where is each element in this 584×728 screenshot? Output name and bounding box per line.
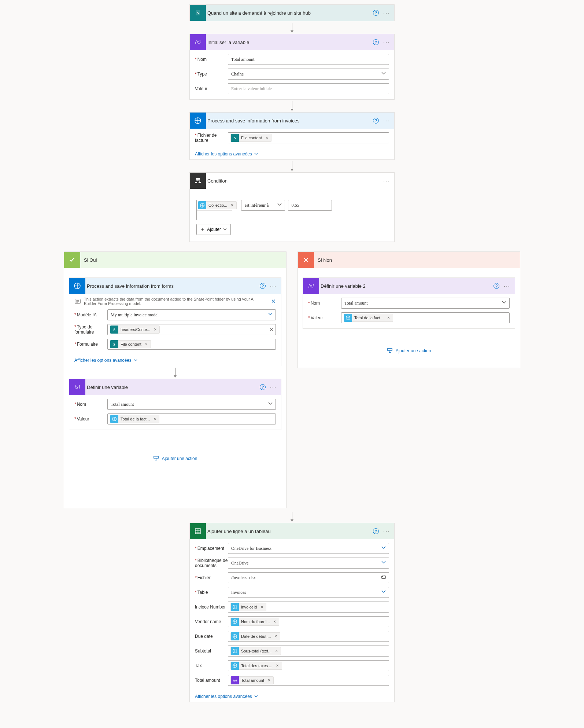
invoice-total-chip[interactable]: Total de la fact... × — [110, 415, 159, 423]
subtotal-chip[interactable]: Sous-total (text... × — [230, 647, 281, 655]
chip-remove-icon[interactable]: × — [229, 203, 235, 208]
add-condition-button[interactable]: Ajouter — [196, 224, 231, 235]
total-amount-field[interactable]: Total amount × — [228, 675, 389, 686]
chip-remove-icon[interactable]: × — [386, 315, 391, 320]
value-input[interactable] — [228, 83, 389, 94]
ai-builder-icon — [69, 278, 85, 294]
more-icon[interactable]: ··· — [383, 528, 390, 534]
help-icon[interactable]: ? — [373, 10, 379, 16]
tax-chip[interactable]: Total des taxes ... × — [230, 662, 282, 670]
condition-title: Condition — [206, 178, 383, 184]
more-icon[interactable]: ··· — [383, 178, 390, 184]
show-advanced-options[interactable]: Afficher les options avancées — [190, 148, 263, 159]
file-content-chip[interactable]: File content × — [230, 134, 271, 142]
close-icon[interactable]: ✕ — [271, 298, 276, 305]
set-variable2-header[interactable]: Définir une variable 2 ? ··· — [303, 278, 515, 294]
location-label: Emplacement — [195, 546, 228, 551]
process-forms-header[interactable]: Process and save information from forms … — [69, 278, 281, 294]
var-value-field[interactable]: Total de la fact... × — [341, 312, 510, 323]
condition-value-input[interactable] — [288, 200, 332, 211]
folder-icon[interactable] — [381, 575, 386, 581]
collection-chip[interactable]: Collectio... × — [198, 201, 237, 209]
invoice-number-field[interactable]: invoiceId × — [228, 602, 389, 613]
chip-remove-icon[interactable]: × — [273, 634, 278, 639]
more-icon[interactable]: ··· — [504, 283, 510, 289]
init-var-header[interactable]: Initialiser la variable ? ··· — [190, 34, 394, 50]
help-icon[interactable]: ? — [260, 384, 266, 390]
plus-icon — [200, 227, 205, 232]
file-picker[interactable]: /Invoices.xlsx — [228, 572, 389, 583]
show-advanced-options[interactable]: Afficher les options avancées — [69, 355, 143, 366]
var-name-select[interactable]: Total amount — [341, 298, 510, 309]
content-type-chip[interactable]: headers/Conte... × — [110, 326, 160, 334]
chip-remove-icon[interactable]: × — [152, 327, 158, 332]
tax-field[interactable]: Total des taxes ... × — [228, 660, 389, 671]
chevron-down-icon — [502, 300, 506, 306]
more-icon[interactable]: ··· — [270, 384, 277, 390]
form-field[interactable]: File content × — [107, 339, 276, 350]
invoice-id-chip[interactable]: invoiceId × — [230, 603, 266, 611]
table-label: Table — [195, 590, 228, 595]
chip-remove-icon[interactable]: × — [259, 604, 265, 610]
chip-remove-icon[interactable]: × — [152, 416, 158, 422]
help-icon[interactable]: ? — [373, 39, 379, 45]
set-variable-card: Définir une variable ? ··· Nom Total amo… — [69, 379, 281, 430]
help-icon[interactable]: ? — [373, 118, 379, 124]
add-action-button[interactable]: Ajouter une action — [301, 348, 517, 354]
due-date-chip[interactable]: Date de début ... × — [230, 632, 280, 640]
connector-arrow-icon — [189, 21, 395, 34]
check-icon — [64, 252, 80, 268]
chip-remove-icon[interactable]: × — [266, 678, 272, 683]
help-icon[interactable]: ? — [373, 528, 379, 534]
more-icon[interactable]: ··· — [383, 39, 390, 45]
help-icon[interactable]: ? — [494, 283, 499, 289]
variable-icon — [69, 379, 85, 395]
invoice-file-field[interactable]: File content × — [228, 132, 389, 143]
more-icon[interactable]: ··· — [383, 118, 390, 124]
var-name-label: Nom — [308, 301, 341, 306]
invoice-total-chip[interactable]: Total de la fact... × — [344, 314, 393, 322]
chip-remove-icon[interactable]: × — [275, 663, 280, 668]
chip-remove-icon[interactable]: × — [264, 135, 270, 140]
chevron-down-icon — [381, 560, 386, 566]
more-icon[interactable]: ··· — [383, 10, 390, 16]
total-amount-chip[interactable]: Total amount × — [230, 676, 274, 684]
file-label: Fichier — [195, 575, 228, 580]
process-invoices-card: Process and save information from invoic… — [189, 112, 395, 160]
subtotal-field[interactable]: Sous-total (text... × — [228, 646, 389, 657]
condition-left-operand[interactable]: Collectio... × — [196, 200, 238, 220]
chip-remove-icon[interactable]: × — [144, 342, 149, 347]
chevron-down-icon — [254, 152, 258, 156]
excel-header[interactable]: Ajouter une ligne à un tableau ? ··· — [190, 523, 394, 539]
var-name-select[interactable]: Total amount — [107, 399, 276, 410]
var-value-field[interactable]: Total de la fact... × — [107, 413, 276, 424]
type-select[interactable]: Chaîne — [228, 69, 389, 80]
condition-operator-select[interactable]: est inférieur à — [241, 200, 285, 211]
vendor-name-chip[interactable]: Nom du fourni... × — [230, 618, 279, 626]
add-action-button[interactable]: Ajouter une action — [67, 456, 283, 462]
invoice-file-label: Fichier de facture — [195, 133, 228, 143]
branch-no-header: Si Non — [298, 252, 520, 268]
condition-header[interactable]: Condition ··· — [190, 173, 394, 189]
form-type-field[interactable]: headers/Conte... × ✕ — [107, 324, 276, 335]
vendor-name-field[interactable]: Nom du fourni... × — [228, 616, 389, 627]
file-content-chip[interactable]: File content × — [110, 340, 151, 348]
process-invoices-header[interactable]: Process and save information from invoic… — [190, 113, 394, 129]
set-variable-header[interactable]: Définir une variable ? ··· — [69, 379, 281, 395]
more-icon[interactable]: ··· — [270, 283, 277, 289]
table-select[interactable]: Invoices — [228, 587, 389, 598]
trigger-header[interactable]: Quand un site a demandé à rejoindre un s… — [190, 5, 394, 21]
library-label: Bibliothèque de documents — [195, 558, 228, 569]
name-input[interactable] — [228, 54, 389, 65]
condition-rule: Collectio... × est inférieur à — [196, 200, 388, 220]
due-date-field[interactable]: Date de début ... × — [228, 631, 389, 642]
show-advanced-options[interactable]: Afficher les options avancées — [190, 691, 263, 702]
location-select[interactable]: OneDrive for Business — [228, 543, 389, 554]
variable-icon — [190, 34, 206, 50]
library-select[interactable]: OneDrive — [228, 558, 389, 569]
chip-remove-icon[interactable]: × — [272, 619, 277, 624]
help-icon[interactable]: ? — [260, 283, 266, 289]
chip-remove-icon[interactable]: × — [274, 648, 279, 654]
model-select[interactable]: My multiple invoice model — [107, 309, 276, 320]
clear-icon[interactable]: ✕ — [270, 327, 273, 332]
